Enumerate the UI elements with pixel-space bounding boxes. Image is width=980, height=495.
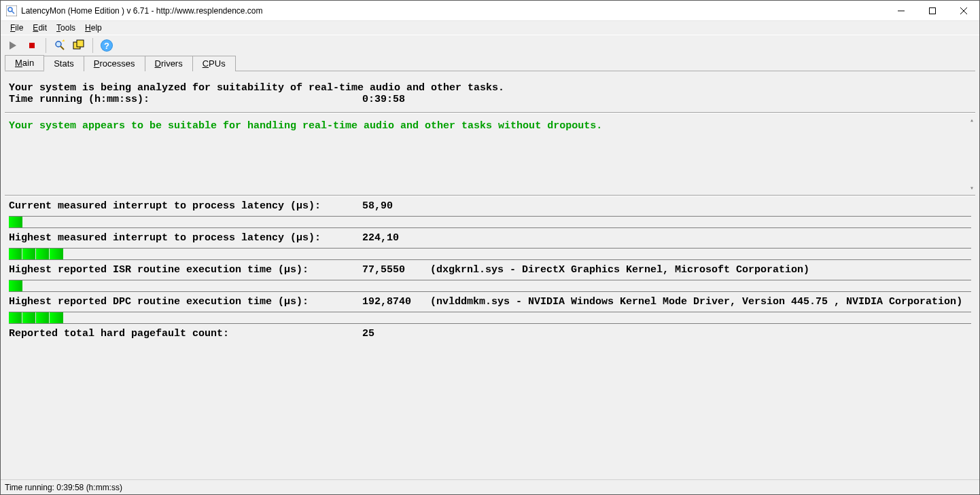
metric-value: 77,5550 xyxy=(362,264,430,276)
metric-bar xyxy=(9,216,971,228)
minimize-button[interactable] xyxy=(886,1,917,20)
window-controls xyxy=(886,1,979,20)
toolbar: ? xyxy=(1,35,979,55)
menubar: File Edit Tools Help xyxy=(1,21,979,35)
metric-current-latency: Current measured interrupt to process la… xyxy=(5,196,975,228)
maximize-button[interactable] xyxy=(917,1,948,20)
stop-button[interactable] xyxy=(24,37,40,54)
statusbar-text: Time running: 0:39:58 (h:mm:ss) xyxy=(5,483,122,492)
search-tool-button[interactable] xyxy=(52,37,68,54)
toolbar-separator xyxy=(46,38,46,53)
svg-marker-7 xyxy=(10,41,16,50)
scroll-up-icon[interactable]: ▴ xyxy=(970,116,974,124)
app-icon xyxy=(6,5,17,16)
tab-stats[interactable]: Stats xyxy=(43,56,84,71)
menu-tools[interactable]: Tools xyxy=(52,22,80,33)
titlebar[interactable]: LatencyMon (Home Edition ) v 6.71 - http… xyxy=(1,1,979,21)
metric-value: 58,90 xyxy=(362,200,430,212)
metric-value: 224,10 xyxy=(362,232,430,244)
metric-label: Current measured interrupt to process la… xyxy=(9,200,362,212)
metric-label: Highest reported DPC routine execution t… xyxy=(9,296,362,308)
windows-tool-button[interactable] xyxy=(71,37,87,54)
tab-cpus[interactable]: CPUs xyxy=(192,56,236,71)
tab-main[interactable]: Main xyxy=(5,55,44,71)
svg-point-9 xyxy=(56,41,61,47)
help-tool-button[interactable]: ? xyxy=(99,37,115,54)
svg-line-10 xyxy=(60,46,64,50)
main-panel: Your system is being analyzed for suitab… xyxy=(5,75,975,475)
status-message: Your system appears to be suitable for h… xyxy=(9,120,602,132)
metric-label: Highest reported ISR routine execution t… xyxy=(9,264,362,276)
metric-value: 192,8740 xyxy=(362,296,430,308)
metric-bar xyxy=(9,312,971,324)
time-running-label: Time running (h:mm:ss): xyxy=(9,94,362,105)
play-button[interactable] xyxy=(5,37,21,54)
metric-label: Highest measured interrupt to process la… xyxy=(9,232,362,244)
toolbar-separator xyxy=(92,38,93,53)
close-button[interactable] xyxy=(948,1,979,20)
metric-highest-dpc: Highest reported DPC routine execution t… xyxy=(5,292,975,324)
app-window: LatencyMon (Home Edition ) v 6.71 - http… xyxy=(0,0,980,495)
tab-drivers[interactable]: Drivers xyxy=(145,56,193,71)
svg-rect-4 xyxy=(930,7,936,14)
statusbar: Time running: 0:39:58 (h:mm:ss) xyxy=(1,479,979,494)
menu-help[interactable]: Help xyxy=(81,22,106,33)
scroll-down-icon[interactable]: ▾ xyxy=(970,184,974,192)
menu-file[interactable]: File xyxy=(6,22,27,33)
time-running-value: 0:39:58 xyxy=(362,94,405,105)
metric-highest-latency: Highest measured interrupt to process la… xyxy=(5,228,975,260)
analysis-line: Your system is being analyzed for suitab… xyxy=(9,82,504,94)
tab-bar: Main Stats Processes Drivers CPUs xyxy=(1,55,979,71)
svg-text:?: ? xyxy=(104,41,109,51)
menu-edit[interactable]: Edit xyxy=(29,22,51,33)
metric-extra: (nvlddmkm.sys - NVIDIA Windows Kernel Mo… xyxy=(430,296,971,308)
metric-bar xyxy=(9,280,971,292)
status-message-area: Your system appears to be suitable for h… xyxy=(5,113,975,195)
metric-label: Reported total hard pagefault count: xyxy=(9,328,362,340)
svg-rect-8 xyxy=(29,43,35,48)
svg-rect-12 xyxy=(77,40,84,47)
metric-value: 25 xyxy=(362,328,430,340)
metric-extra: (dxgkrnl.sys - DirectX Graphics Kernel, … xyxy=(430,264,971,276)
window-title: LatencyMon (Home Edition ) v 6.71 - http… xyxy=(21,6,886,16)
metric-bar xyxy=(9,248,971,260)
metric-highest-isr: Highest reported ISR routine execution t… xyxy=(5,260,975,292)
metric-pagefaults: Reported total hard pagefault count: 25 xyxy=(5,324,975,340)
analysis-header: Your system is being analyzed for suitab… xyxy=(5,75,975,112)
tab-processes[interactable]: Processes xyxy=(84,56,145,71)
